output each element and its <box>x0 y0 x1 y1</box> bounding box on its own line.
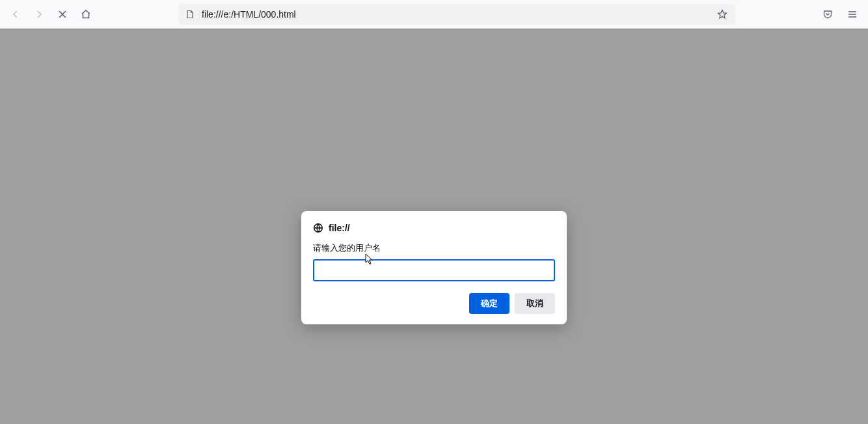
ok-button[interactable]: 确定 <box>469 293 509 314</box>
page-icon <box>185 9 195 20</box>
arrow-left-icon <box>10 9 21 20</box>
app-menu-button[interactable] <box>843 5 861 23</box>
dialog-origin-text: file:// <box>329 223 350 233</box>
address-url-text: file:///e:/HTML/000.html <box>202 9 716 20</box>
prompt-input[interactable] <box>313 259 555 281</box>
address-bar[interactable]: file:///e:/HTML/000.html <box>178 4 735 25</box>
home-icon <box>81 9 91 20</box>
nav-forward-button <box>30 5 48 23</box>
save-to-pocket-button[interactable] <box>819 5 837 23</box>
browser-toolbar: file:///e:/HTML/000.html <box>0 0 868 29</box>
javascript-prompt-dialog: file:// 请输入您的用户名 确定 取消 <box>301 211 567 324</box>
cancel-button[interactable]: 取消 <box>515 293 555 314</box>
page-viewport: file:// 请输入您的用户名 确定 取消 <box>0 29 868 424</box>
stop-button[interactable] <box>53 5 72 23</box>
bookmark-button[interactable] <box>716 8 729 21</box>
hamburger-icon <box>847 9 858 20</box>
home-button[interactable] <box>77 5 95 23</box>
nav-back-button <box>7 5 25 23</box>
dialog-message-text: 请输入您的用户名 <box>313 242 555 254</box>
pocket-icon <box>822 9 833 20</box>
arrow-right-icon <box>34 9 44 20</box>
close-icon <box>58 10 67 19</box>
globe-icon <box>313 223 323 233</box>
star-icon <box>717 9 727 20</box>
dialog-header: file:// <box>313 223 555 233</box>
dialog-button-row: 确定 取消 <box>313 293 555 314</box>
